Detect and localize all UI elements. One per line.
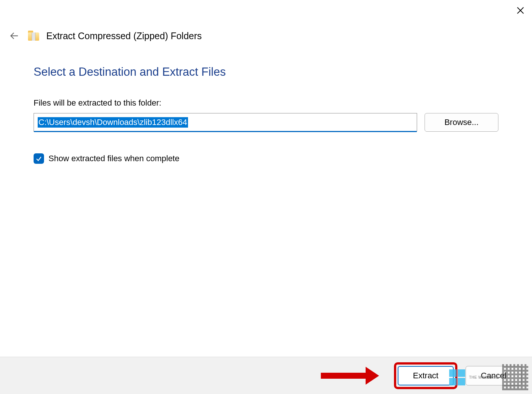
browse-button[interactable]: Browse... [425, 113, 498, 132]
arrow-left-icon [10, 31, 19, 40]
zip-folder-icon [28, 30, 40, 41]
close-button[interactable] [511, 3, 530, 18]
show-files-checkbox-label: Show extracted files when complete [48, 154, 179, 163]
instruction-heading: Select a Destination and Extract Files [34, 65, 498, 79]
destination-path-input-wrap[interactable]: C:\Users\devsh\Downloads\zlib123dllx64 [34, 113, 417, 132]
checkmark-icon [35, 155, 42, 162]
titlebar [0, 0, 532, 21]
highlight-arrow-icon [321, 367, 379, 385]
extract-button-highlight: Extract [394, 362, 457, 389]
back-button[interactable] [7, 29, 21, 43]
cancel-button[interactable]: Cancel [466, 366, 522, 385]
dialog-title: Extract Compressed (Zipped) Folders [46, 31, 202, 41]
dialog-header: Extract Compressed (Zipped) Folders [7, 29, 202, 43]
close-icon [516, 6, 525, 15]
show-files-checkbox-row: Show extracted files when complete [34, 153, 498, 164]
destination-path-input[interactable] [34, 113, 417, 131]
dialog-content: Select a Destination and Extract Files F… [34, 65, 498, 164]
dialog-footer: Extract Cancel [0, 357, 532, 394]
path-label: Files will be extracted to this folder: [34, 98, 498, 108]
path-row: C:\Users\devsh\Downloads\zlib123dllx64 B… [34, 113, 498, 132]
show-files-checkbox[interactable] [34, 153, 44, 164]
extract-button[interactable]: Extract [398, 366, 454, 385]
